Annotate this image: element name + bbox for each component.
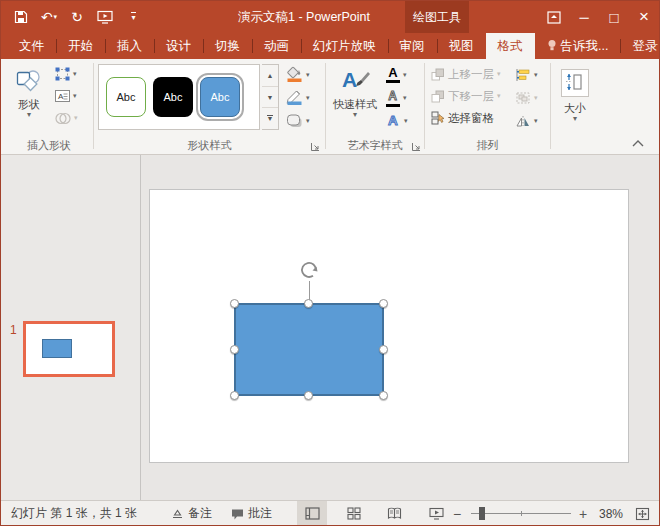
shapes-button[interactable]: 形状 ▾: [7, 63, 51, 135]
size-button[interactable]: 大小 ▾: [553, 63, 597, 135]
group-objects-icon: [515, 91, 531, 105]
gallery-more-button[interactable]: ▼: [262, 108, 278, 129]
tab-home[interactable]: 开始: [56, 33, 105, 59]
powerpoint-window: ↶▾ ↻ ▾ 演示文稿1 - PowerPoint 绘图工具 ─ □ × 文件 …: [0, 0, 660, 526]
minimize-button[interactable]: ─: [569, 1, 599, 33]
reading-view-icon: [387, 507, 402, 520]
tab-transitions[interactable]: 切换: [203, 33, 252, 59]
shape-outline-button[interactable]: ▾: [284, 86, 322, 109]
chevron-down-icon: ▾: [534, 117, 538, 125]
resize-handle-bottom-center[interactable]: [304, 391, 313, 400]
close-icon: ×: [639, 7, 649, 27]
rotate-icon: [515, 114, 531, 128]
zoom-slider-handle[interactable]: [479, 507, 485, 520]
gallery-scroll-up-button[interactable]: ▲: [262, 65, 278, 87]
text-box-button[interactable]: A ▾: [53, 85, 80, 107]
start-slideshow-button[interactable]: [93, 5, 117, 29]
tab-slideshow[interactable]: 幻灯片放映: [301, 33, 388, 59]
align-button[interactable]: ▾: [513, 63, 547, 86]
svg-text:A: A: [58, 92, 64, 101]
selection-pane-button[interactable]: 选择窗格: [429, 107, 503, 129]
zoom-slider[interactable]: [471, 513, 571, 514]
insert-shapes-small-buttons: ▾ A ▾ ▾: [53, 63, 80, 129]
normal-view-button[interactable]: [297, 501, 327, 526]
shape-style-swatch-blue-selected[interactable]: Abc: [200, 77, 240, 117]
shape-style-swatch-green-outline[interactable]: Abc: [106, 77, 146, 117]
tab-file[interactable]: 文件: [7, 33, 56, 59]
notes-button[interactable]: 备注: [171, 501, 212, 526]
resize-handle-middle-right[interactable]: [379, 345, 388, 354]
text-effects-button[interactable]: A ▾: [384, 109, 420, 132]
selected-rectangle-shape[interactable]: [234, 303, 384, 396]
maximize-button[interactable]: □: [599, 1, 629, 33]
tell-me-box[interactable]: 告诉我...: [535, 33, 621, 59]
tab-format-active[interactable]: 格式: [486, 33, 535, 59]
slide-indicator[interactable]: 幻灯片 第 1 张，共 1 张: [11, 501, 137, 526]
text-outline-button[interactable]: A ▾: [384, 86, 420, 109]
group-divider: [93, 63, 94, 149]
tab-design[interactable]: 设计: [154, 33, 203, 59]
undo-button[interactable]: ↶▾: [37, 5, 61, 29]
chevron-down-icon: ▾: [353, 111, 357, 119]
chevron-down-icon: ▾: [573, 115, 577, 123]
edit-shape-button[interactable]: ▾: [53, 63, 80, 85]
shape-style-swatch-black[interactable]: Abc: [153, 77, 193, 117]
save-button[interactable]: [9, 5, 33, 29]
text-fill-button[interactable]: A ▾: [384, 63, 420, 86]
tab-insert[interactable]: 插入: [105, 33, 154, 59]
slideshow-view-button[interactable]: [421, 501, 451, 526]
zoom-slider-tick: [521, 511, 522, 516]
slide-canvas[interactable]: [149, 189, 629, 463]
resize-handle-top-center[interactable]: [304, 299, 313, 308]
customize-qat-button[interactable]: ▾: [121, 5, 145, 29]
comments-button[interactable]: 批注: [231, 501, 272, 526]
shape-effects-button[interactable]: ▾: [284, 109, 322, 132]
slide-sorter-view-button[interactable]: [339, 501, 369, 526]
resize-handle-top-right[interactable]: [379, 299, 388, 308]
title-bar: ↶▾ ↻ ▾ 演示文稿1 - PowerPoint 绘图工具 ─ □ ×: [1, 1, 659, 33]
quick-access-toolbar: ↶▾ ↻ ▾: [9, 1, 145, 33]
close-button[interactable]: ×: [629, 1, 659, 33]
quick-styles-icon: A: [342, 69, 368, 93]
resize-handle-bottom-right[interactable]: [379, 391, 388, 400]
fit-slide-to-window-button[interactable]: [635, 501, 650, 526]
zoom-level[interactable]: 38%: [599, 501, 623, 526]
rotation-connector-line: [309, 281, 310, 301]
chevron-down-icon: ▾: [131, 12, 135, 22]
resize-handle-top-left[interactable]: [230, 299, 239, 308]
resize-handle-bottom-left[interactable]: [230, 391, 239, 400]
ribbon-display-options-button[interactable]: [539, 1, 569, 33]
rotation-handle-icon[interactable]: [298, 259, 320, 281]
shape-fill-button[interactable]: ▾: [284, 63, 322, 86]
shape-styles-dialog-launcher-icon[interactable]: [310, 141, 321, 152]
gallery-scroll-down-button[interactable]: ▼: [262, 87, 278, 109]
bring-forward-button[interactable]: 上移一层 ▾: [429, 63, 503, 85]
rotate-button[interactable]: ▾: [513, 109, 547, 132]
send-backward-label: 下移一层: [448, 89, 494, 104]
redo-button[interactable]: ↻: [65, 5, 89, 29]
chevron-down-icon: ▾: [497, 92, 501, 100]
chevron-down-icon: ▾: [54, 13, 58, 21]
collapse-ribbon-icon[interactable]: [631, 139, 645, 148]
reading-view-button[interactable]: [379, 501, 409, 526]
zoom-out-button[interactable]: −: [453, 501, 461, 526]
slide-1-thumbnail[interactable]: [23, 321, 115, 377]
group-objects-button[interactable]: ▾: [513, 86, 547, 109]
contextual-tab-group-drawing-tools[interactable]: 绘图工具: [405, 1, 469, 33]
group-label-wordart-styles: 艺术字样式: [328, 138, 422, 153]
zoom-in-button[interactable]: +: [579, 501, 587, 526]
tab-animations[interactable]: 动画: [252, 33, 301, 59]
quick-styles-button[interactable]: A 快速样式 ▾: [330, 63, 380, 135]
merge-shapes-button[interactable]: ▾: [53, 107, 80, 129]
resize-handle-middle-left[interactable]: [230, 345, 239, 354]
selection-pane-icon: [431, 111, 445, 125]
send-backward-button[interactable]: 下移一层 ▾: [429, 85, 503, 107]
workspace: 1: [1, 155, 659, 500]
sign-in-button[interactable]: 登录: [620, 33, 660, 59]
tab-review[interactable]: 审阅: [388, 33, 437, 59]
notes-icon: [171, 508, 184, 520]
tab-view[interactable]: 视图: [437, 33, 486, 59]
wordart-styles-dialog-launcher-icon[interactable]: [411, 141, 422, 152]
thumbnail-shape: [42, 339, 72, 358]
group-insert-shapes: 形状 ▾ ▾ A ▾ ▾ 插入形状: [7, 59, 91, 155]
